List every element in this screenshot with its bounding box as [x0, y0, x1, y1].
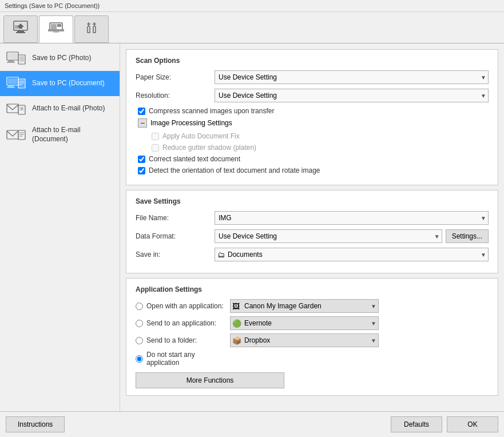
detect-orientation-label[interactable]: Detect the orientation of text document …: [149, 166, 320, 174]
svg-rect-30: [18, 130, 25, 140]
resolution-select[interactable]: Use Device Setting 75 dpi 150 dpi 300 dp…: [215, 89, 489, 102]
tab-scan-pc[interactable]: [3, 15, 38, 43]
svg-rect-5: [51, 24, 57, 30]
save-in-row: Save in: Documents Pictures Desktop 🗂 ▼: [136, 248, 489, 261]
file-name-row: File Name: IMG Image Scan Document ▼: [136, 211, 489, 225]
save-in-select[interactable]: Documents Pictures Desktop: [215, 248, 489, 261]
scan-options-section: Scan Options Paper Size: Use Device Sett…: [126, 49, 498, 185]
svg-rect-18: [8, 78, 17, 84]
open-with-row: Open with an application: Canon My Image…: [136, 299, 489, 313]
data-format-label: Data Format:: [136, 232, 210, 240]
file-name-label: File Name:: [136, 214, 210, 222]
paper-size-row: Paper Size: Use Device Setting A4 Letter…: [136, 70, 489, 84]
title-text: Settings (Save to PC (Document)): [5, 2, 100, 9]
reduce-gutter-label: Reduce gutter shadow (platen): [162, 144, 256, 152]
scan-device-icon: [47, 18, 65, 40]
do-not-start-radio[interactable]: [136, 355, 143, 363]
correct-slanted-checkbox[interactable]: [138, 156, 145, 163]
file-name-select[interactable]: IMG Image Scan Document: [215, 211, 489, 225]
attach-email-document-icon: [6, 127, 26, 143]
paper-size-dropdown-wrapper: Use Device Setting A4 Letter B5 A5 ▼: [215, 70, 489, 84]
resolution-label: Resolution:: [136, 92, 210, 100]
apply-auto-fix-checkbox[interactable]: [152, 133, 159, 140]
more-functions-wrapper: More Functions: [136, 372, 489, 388]
content-area: Save to PC (Photo) Save to PC (Do: [0, 43, 504, 411]
detect-orientation-row: Detect the orientation of text document …: [136, 166, 489, 174]
send-to-folder-row: Send to a folder: Dropbox 📦 ▼: [136, 333, 489, 347]
save-pc-photo-icon: [6, 50, 26, 66]
paper-size-label: Paper Size:: [136, 73, 210, 81]
svg-rect-20: [7, 87, 15, 88]
data-format-settings-button[interactable]: Settings...: [446, 229, 489, 243]
send-to-app-label[interactable]: Send to an application:: [146, 319, 227, 327]
image-processing-collapse-btn[interactable]: −: [138, 118, 147, 128]
ok-button[interactable]: OK: [447, 416, 498, 432]
compress-images-label[interactable]: Compress scanned images upon transfer: [149, 107, 274, 115]
main-container: Save to PC (Photo) Save to PC (Do: [0, 12, 504, 437]
open-with-app-wrapper: Canon My Image Garden 🖼 ▼: [230, 299, 379, 313]
open-with-select[interactable]: Canon My Image Garden: [230, 299, 379, 313]
send-to-app-radio[interactable]: [136, 320, 143, 327]
sidebar-item-attach-email-document[interactable]: Attach to E-mail (Document): [0, 121, 120, 148]
send-to-folder-radio[interactable]: [136, 337, 143, 344]
attach-email-photo-icon: [6, 101, 26, 117]
compress-images-row: Compress scanned images upon transfer: [136, 107, 489, 115]
save-pc-document-icon: [6, 76, 26, 92]
right-panel: Scan Options Paper Size: Use Device Sett…: [120, 43, 504, 411]
more-functions-button[interactable]: More Functions: [136, 372, 284, 388]
svg-rect-8: [53, 31, 59, 33]
send-to-folder-label[interactable]: Send to a folder:: [146, 336, 227, 344]
scan-pc-icon: [11, 18, 30, 40]
sidebar-item-save-pc-photo[interactable]: Save to PC (Photo): [0, 46, 120, 71]
correct-slanted-label[interactable]: Correct slanted text document: [149, 155, 240, 163]
svg-rect-1: [17, 31, 24, 32]
reduce-gutter-checkbox[interactable]: [152, 144, 159, 152]
send-to-select[interactable]: Evernote: [230, 316, 379, 330]
data-format-control: Use Device Setting PDF JPEG TIFF PNG ▼ S…: [215, 229, 489, 243]
data-format-select[interactable]: Use Device Setting PDF JPEG TIFF PNG: [215, 229, 442, 243]
tab-scan-device[interactable]: [39, 15, 73, 43]
do-not-start-label[interactable]: Do not start any application: [146, 351, 227, 367]
resolution-row: Resolution: Use Device Setting 75 dpi 15…: [136, 89, 489, 102]
detect-orientation-checkbox[interactable]: [138, 167, 145, 174]
do-not-start-row: Do not start any application: [136, 351, 489, 367]
sidebar-item-save-pc-document[interactable]: Save to PC (Document): [0, 71, 120, 96]
svg-rect-29: [7, 130, 18, 139]
image-processing-header: − Image Processing Settings: [136, 118, 489, 128]
svg-rect-6: [57, 24, 61, 27]
send-to-folder-select[interactable]: Dropbox: [230, 333, 379, 347]
svg-rect-25: [7, 104, 18, 113]
image-processing-label: Image Processing Settings: [150, 119, 232, 127]
svg-point-28: [21, 108, 23, 110]
reduce-gutter-row: Reduce gutter shadow (platen): [136, 144, 489, 152]
instructions-button[interactable]: Instructions: [6, 416, 65, 432]
svg-rect-13: [8, 61, 14, 62]
paper-size-control: Use Device Setting A4 Letter B5 A5 ▼: [215, 70, 489, 84]
bottom-bar: Instructions Defaults OK: [0, 411, 504, 437]
svg-rect-16: [19, 56, 24, 62]
save-in-label: Save in:: [136, 251, 210, 259]
data-format-row: Data Format: Use Device Setting PDF JPEG…: [136, 229, 489, 243]
tools-icon: [83, 19, 100, 39]
save-in-control: Documents Pictures Desktop 🗂 ▼: [215, 248, 489, 261]
open-with-label[interactable]: Open with an application:: [146, 302, 227, 310]
svg-rect-19: [8, 86, 14, 87]
apply-auto-fix-row: Apply Auto Document Fix: [136, 132, 489, 140]
sidebar-item-save-pc-photo-label: Save to PC (Photo): [32, 54, 91, 63]
sidebar: Save to PC (Photo) Save to PC (Do: [0, 43, 120, 411]
save-settings-section: Save Settings File Name: IMG Image Scan …: [126, 190, 498, 273]
svg-rect-12: [8, 53, 17, 59]
open-with-radio[interactable]: [136, 303, 143, 310]
defaults-button[interactable]: Defaults: [391, 416, 442, 432]
sidebar-item-attach-email-photo[interactable]: Attach to E-mail (Photo): [0, 96, 120, 121]
sidebar-item-attach-email-photo-label: Attach to E-mail (Photo): [32, 104, 105, 113]
compress-images-checkbox[interactable]: [138, 108, 145, 115]
tab-general-settings[interactable]: [74, 15, 109, 43]
resolution-dropdown-wrapper: Use Device Setting 75 dpi 150 dpi 300 dp…: [215, 89, 489, 102]
data-format-dropdown-wrapper: Use Device Setting PDF JPEG TIFF PNG ▼: [215, 229, 442, 243]
send-to-app-row: Send to an application: Evernote 🟢 ▼: [136, 316, 489, 330]
paper-size-select[interactable]: Use Device Setting A4 Letter B5 A5: [215, 70, 489, 84]
apply-auto-fix-label: Apply Auto Document Fix: [162, 132, 240, 140]
bottom-right-buttons: Defaults OK: [391, 416, 498, 432]
scan-options-title: Scan Options: [136, 57, 489, 65]
